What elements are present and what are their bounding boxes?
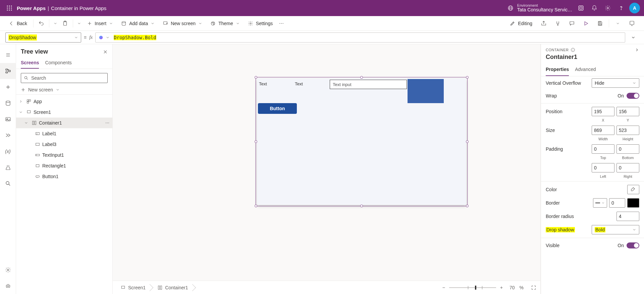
border-width-input[interactable]: 0 (609, 198, 625, 208)
rail-insert-icon[interactable] (0, 79, 16, 95)
app-checker-icon[interactable] (551, 18, 565, 29)
rail-variables-icon[interactable]: (x) (0, 143, 16, 159)
canvas-button[interactable]: Button (258, 103, 297, 114)
comments-icon[interactable] (565, 18, 579, 29)
back-button[interactable]: Back (5, 18, 31, 29)
environment-picker[interactable]: Environment Tata Consultancy Servic… (517, 3, 572, 12)
tree-node-label3[interactable]: Label3 (16, 139, 112, 150)
zoom-slider[interactable] (449, 287, 496, 288)
theme-button[interactable]: Theme (207, 18, 243, 29)
svg-rect-18 (164, 21, 167, 24)
canvas-label3[interactable]: Text (295, 81, 303, 86)
insert-button[interactable]: Insert (84, 18, 116, 29)
tree-node-screen1[interactable]: Screen1 (16, 107, 112, 118)
property-selector[interactable]: DropShadow (5, 32, 81, 43)
breadcrumb-container[interactable]: Container1 (154, 283, 192, 292)
paste-dropdown[interactable] (76, 18, 83, 29)
tree-node-button1[interactable]: Button1 (16, 171, 112, 182)
svg-point-14 (621, 9, 621, 10)
border-style-select[interactable] (593, 198, 607, 208)
breadcrumb-screen[interactable]: Screen1 (117, 283, 150, 292)
tab-screens[interactable]: Screens (21, 59, 39, 69)
resize-handle[interactable] (255, 76, 257, 79)
resize-handle[interactable] (255, 140, 257, 143)
node-more-icon[interactable] (105, 121, 110, 125)
save-dropdown[interactable] (611, 18, 625, 29)
padding-top-input[interactable]: 0 (592, 144, 614, 154)
save-icon[interactable] (593, 18, 607, 29)
tree-new-screen-button[interactable]: New screen (16, 85, 112, 95)
canvas-rectangle[interactable] (408, 79, 444, 103)
padding-left-input[interactable]: 0 (592, 163, 614, 172)
padding-bottom-input[interactable]: 0 (616, 144, 639, 154)
resize-handle[interactable] (466, 205, 469, 207)
prop-vertical-overflow-select[interactable]: Hide (592, 78, 639, 88)
settings-icon[interactable] (601, 3, 614, 13)
resize-handle[interactable] (360, 205, 363, 207)
paste-button[interactable] (60, 18, 70, 29)
color-picker[interactable] (627, 185, 639, 194)
resize-handle[interactable] (360, 76, 363, 79)
overflow-button[interactable] (277, 18, 285, 29)
share-icon[interactable] (537, 18, 550, 29)
resize-handle[interactable] (466, 140, 469, 143)
notifications-icon[interactable] (588, 3, 601, 13)
rail-virtualagent-icon[interactable] (0, 278, 16, 294)
visible-on-label: On (618, 243, 624, 248)
user-avatar[interactable]: A (629, 3, 640, 13)
tree-node-rectangle1[interactable]: Rectangle1 (16, 160, 112, 171)
rail-settings-icon[interactable] (0, 262, 16, 278)
rail-hamburger-icon[interactable] (0, 47, 16, 63)
close-panel-icon[interactable] (103, 50, 108, 54)
resize-handle[interactable] (466, 76, 469, 79)
resize-handle[interactable] (255, 205, 257, 207)
editing-mode-button[interactable]: Editing (506, 18, 536, 29)
formula-expand-icon[interactable] (628, 32, 639, 43)
padding-right-input[interactable]: 0 (616, 163, 639, 172)
canvas-textinput[interactable]: Text input (330, 80, 407, 89)
rail-data-icon[interactable] (0, 95, 16, 111)
canvas[interactable]: Text Text Text input Button (113, 44, 540, 281)
position-x-input[interactable]: 195 (592, 107, 614, 116)
undo-button[interactable] (36, 18, 46, 29)
settings-button[interactable]: Settings (245, 18, 276, 29)
rail-powerautomate-icon[interactable] (0, 127, 16, 143)
panel-expand-icon[interactable] (635, 48, 639, 52)
size-width-input[interactable]: 869 (592, 126, 614, 135)
fit-screen-icon[interactable] (531, 285, 536, 290)
zoom-in-icon[interactable] (499, 286, 503, 290)
rail-treeview-icon[interactable] (0, 63, 16, 79)
environment-icon[interactable] (504, 3, 517, 13)
new-screen-button[interactable]: New screen (159, 18, 206, 29)
undo-dropdown[interactable] (52, 18, 59, 29)
rail-media-icon[interactable] (0, 111, 16, 127)
drop-shadow-select[interactable]: Bold (592, 225, 639, 234)
tab-properties[interactable]: Properties (546, 65, 569, 76)
copilot-icon[interactable] (574, 3, 588, 13)
tab-components[interactable]: Components (45, 59, 71, 69)
rail-tests-icon[interactable] (0, 159, 16, 175)
add-data-button[interactable]: Add data (118, 18, 158, 29)
zoom-out-icon[interactable] (442, 286, 446, 290)
tree-node-container1[interactable]: Container1 (16, 118, 112, 128)
rail-search-icon[interactable] (0, 175, 16, 192)
formula-input[interactable]: DropShadow.Bold (95, 32, 625, 43)
tab-advanced[interactable]: Advanced (575, 65, 596, 76)
tree-search-input[interactable]: Search (21, 73, 108, 83)
visible-toggle[interactable] (627, 242, 639, 248)
preview-icon[interactable] (579, 18, 593, 29)
tree-node-app[interactable]: App (16, 96, 112, 107)
wrap-toggle[interactable] (627, 93, 639, 99)
publish-icon[interactable] (625, 18, 639, 29)
app-launcher-icon[interactable] (4, 3, 15, 13)
help-icon[interactable] (614, 3, 628, 13)
border-color-picker[interactable] (627, 198, 639, 208)
border-radius-input[interactable]: 4 (616, 212, 639, 221)
canvas-label1[interactable]: Text (259, 81, 267, 86)
position-y-input[interactable]: 156 (616, 107, 639, 116)
tree-node-textinput1[interactable]: TextInput1 (16, 150, 112, 160)
tree-node-label1[interactable]: Label1 (16, 128, 112, 139)
info-icon[interactable] (571, 48, 575, 52)
size-height-input[interactable]: 523 (616, 126, 639, 135)
copilot-fx-icon[interactable] (98, 35, 104, 40)
